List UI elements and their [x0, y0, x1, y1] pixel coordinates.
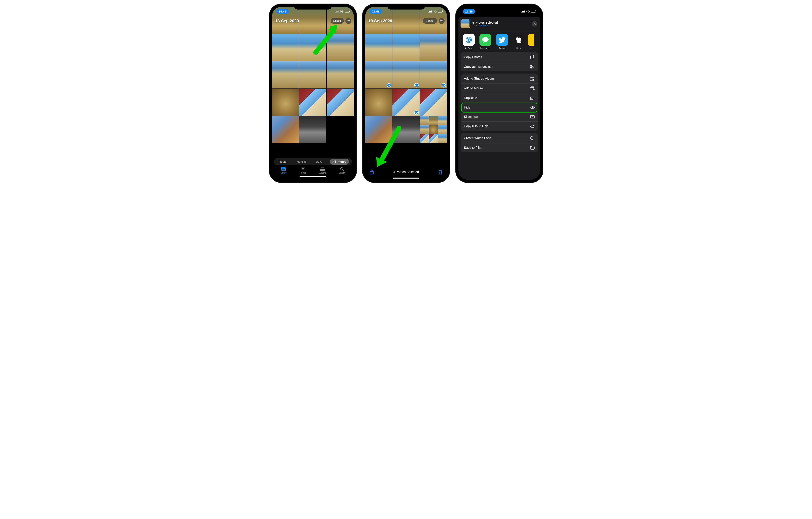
svg-point-2: [349, 21, 350, 21]
photo-stack-thumb[interactable]: [420, 116, 447, 143]
svg-rect-45: [531, 136, 532, 136]
photo-thumb-selected[interactable]: [393, 61, 419, 88]
action-copy-icloud-link[interactable]: Copy iCloud Link: [461, 121, 538, 131]
selection-toolbar: 4 Photos Selected: [365, 166, 447, 180]
home-indicator[interactable]: [299, 176, 326, 177]
cancel-button[interactable]: Cancel: [423, 18, 437, 24]
photo-thumb[interactable]: [365, 89, 393, 116]
notch: [294, 4, 332, 9]
trash-icon: [438, 169, 442, 174]
action-save-to-files[interactable]: Save to Files: [461, 143, 538, 153]
action-label: Copy across devices: [464, 65, 493, 69]
selected-check-icon: [414, 83, 418, 87]
photo-thumb[interactable]: [272, 89, 299, 116]
share-button[interactable]: [370, 169, 374, 175]
action-copy-photos[interactable]: Copy Photos: [461, 52, 538, 62]
photo-thumb[interactable]: [365, 34, 393, 61]
phone-frame-1: 15:48 4G 13 Sep 2020 Select: [269, 4, 356, 183]
action-add-shared-album[interactable]: Add to Shared Album: [461, 74, 538, 84]
photo-thumb-selected[interactable]: [365, 61, 393, 88]
battery-icon: [345, 10, 349, 12]
home-indicator[interactable]: [393, 177, 419, 179]
photo-thumb[interactable]: [420, 34, 447, 61]
photo-thumb[interactable]: [393, 34, 419, 61]
action-copy-across-devices[interactable]: Copy across devices: [461, 62, 538, 72]
action-slideshow[interactable]: Slideshow: [461, 112, 538, 121]
watch-icon: [530, 136, 534, 140]
ellipsis-icon: [347, 21, 350, 21]
app-twitter[interactable]: Twitter: [495, 34, 510, 49]
filter-years[interactable]: Years: [277, 159, 289, 165]
options-link[interactable]: Options ›: [480, 24, 490, 27]
share-apps-row[interactable]: AirDrop Messages Twitter: [459, 31, 540, 52]
tab-for-you[interactable]: For You: [299, 167, 306, 174]
photo-thumb-selected[interactable]: [393, 89, 419, 116]
tab-albums[interactable]: Albums: [319, 167, 326, 174]
action-label: Hide: [464, 106, 470, 109]
delete-button[interactable]: [438, 169, 442, 174]
close-button[interactable]: [532, 21, 538, 27]
share-sheet: 4 Photos Selected Thirsk Options ›: [459, 17, 540, 180]
photo-grid[interactable]: [272, 7, 354, 157]
photo-thumb[interactable]: [272, 34, 299, 61]
view-filter-segmented[interactable]: Years Months Days All Photos: [274, 158, 352, 165]
location-label: Thirsk: [472, 24, 479, 27]
status-indicators: 4G: [335, 10, 349, 13]
action-group-3: Create Watch Face Save to Files: [461, 133, 538, 153]
svg-rect-26: [530, 56, 533, 59]
battery-icon: [438, 10, 442, 12]
photo-thumb[interactable]: [299, 34, 326, 61]
photo-thumb[interactable]: [272, 116, 299, 143]
more-button[interactable]: [345, 18, 351, 24]
svg-rect-35: [530, 87, 534, 87]
svg-point-33: [533, 79, 533, 80]
filter-days[interactable]: Days: [313, 159, 325, 165]
filter-months[interactable]: Months: [294, 159, 309, 165]
action-label: Copy Photos: [464, 55, 482, 59]
photo-thumb-selected[interactable]: [420, 61, 447, 88]
tab-search[interactable]: Search: [339, 167, 345, 174]
select-button[interactable]: Select: [330, 18, 344, 24]
photo-thumb[interactable]: [272, 61, 299, 88]
svg-rect-7: [321, 167, 324, 168]
photo-thumb[interactable]: [326, 61, 354, 88]
photo-thumb[interactable]: [299, 61, 326, 88]
photo-thumb[interactable]: [326, 34, 354, 61]
sheet-preview-thumb: [461, 20, 470, 28]
status-time: 15:48: [370, 9, 382, 14]
action-label: Duplicate: [464, 96, 477, 100]
share-icon: [370, 169, 374, 175]
app-bear[interactable]: Bear: [511, 34, 526, 49]
photo-thumb[interactable]: [299, 89, 326, 116]
photo-grid[interactable]: [365, 7, 447, 166]
status-indicators: 4G: [521, 10, 535, 13]
photo-thumb[interactable]: [393, 116, 419, 143]
network-label: 4G: [433, 10, 437, 13]
photo-thumb[interactable]: [365, 116, 393, 143]
more-button[interactable]: [439, 18, 444, 24]
status-time: 15:48: [277, 9, 289, 14]
add-album-icon: [530, 86, 534, 90]
sheet-header: 4 Photos Selected Thirsk Options ›: [459, 17, 540, 31]
photo-thumb[interactable]: [326, 89, 354, 116]
action-duplicate[interactable]: Duplicate: [461, 93, 538, 103]
annotation-highlight: [461, 103, 538, 112]
svg-rect-44: [531, 137, 533, 139]
app-airdrop[interactable]: AirDrop: [461, 34, 476, 49]
library-icon: [281, 167, 286, 171]
scissors-icon: [530, 65, 534, 69]
action-create-watch-face[interactable]: Create Watch Face: [461, 133, 538, 143]
photo-thumb[interactable]: [299, 116, 326, 143]
action-add-album[interactable]: Add to Album: [461, 84, 538, 93]
tab-label: For You: [299, 172, 306, 174]
filter-all-photos[interactable]: All Photos: [330, 159, 349, 165]
copy-icon: [530, 55, 534, 59]
action-hide[interactable]: Hide: [461, 103, 538, 112]
action-label: Save to Files: [464, 146, 482, 149]
photo-thumb[interactable]: [420, 89, 447, 116]
screen-3: 15:48 4G 4 Photos Selected Thirsk Option…: [459, 7, 540, 180]
app-messages[interactable]: Messages: [478, 34, 493, 49]
twitter-icon: [496, 34, 508, 46]
tab-library[interactable]: Library: [280, 167, 287, 174]
app-partial[interactable]: U: [528, 34, 534, 49]
